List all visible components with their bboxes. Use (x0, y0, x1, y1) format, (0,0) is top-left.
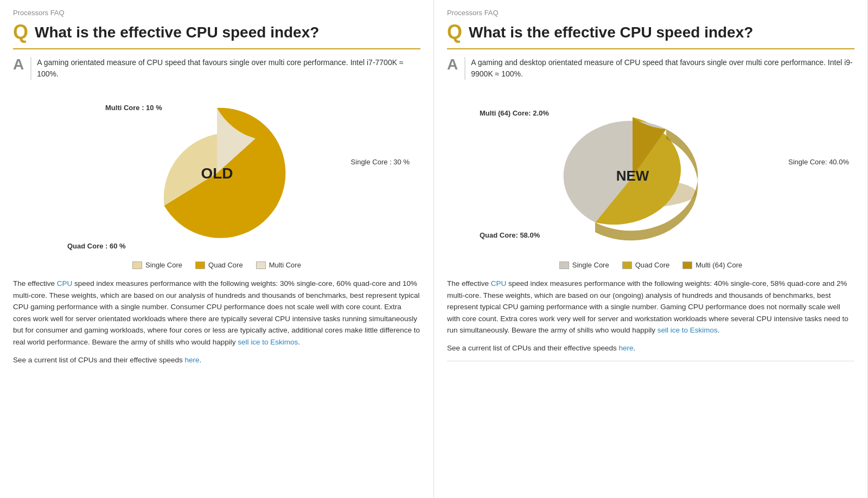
left-legend-single: Single Core (132, 261, 182, 269)
right-chart-area: NEW Multi (64) Core: 2.0% Single Core: 4… (447, 87, 854, 256)
right-bottom-prefix: See a current list of CPUs and their eff… (447, 344, 618, 352)
left-cpu-link[interactable]: CPU (57, 279, 73, 288)
right-bottom-divider (447, 361, 854, 361)
right-body-after: speed index measures performance with th… (447, 279, 848, 334)
right-body-end: . (718, 326, 720, 334)
right-answer-text: A gaming and desktop orientated measure … (464, 57, 854, 80)
left-quad-core-label: Quad Core : 60 % (67, 242, 126, 250)
left-legend-quad: Quad Core (195, 261, 243, 269)
left-question-text: What is the effective CPU speed index? (35, 22, 319, 41)
right-body-text: The effective CPU speed index measures p… (447, 278, 854, 336)
right-question-text: What is the effective CPU speed index? (469, 22, 753, 41)
right-legend-quad-label: Quad Core (635, 261, 670, 269)
right-legend-single-label: Single Core (572, 261, 609, 269)
right-swatch-quad (622, 261, 632, 269)
left-swatch-quad (195, 261, 205, 269)
right-single-core-label: Single Core: 40.0% (788, 158, 849, 166)
right-swatch-multi (682, 261, 692, 269)
right-panel: Processors FAQ Q What is the effective C… (434, 0, 868, 498)
left-chart-area: OLD Multi Core : 10 % Single Core : 30 %… (13, 87, 420, 256)
right-a-label: A (447, 57, 458, 72)
left-single-core-label: Single Core : 30 % (351, 158, 410, 166)
left-question-row: Q What is the effective CPU speed index? (13, 22, 420, 42)
right-quad-core-label: Quad Core: 58.0% (480, 231, 540, 239)
left-here-link[interactable]: here (184, 356, 199, 364)
right-legend: Single Core Quad Core Multi (64) Core (447, 261, 854, 269)
right-cpu-link[interactable]: CPU (491, 279, 507, 288)
left-panel: Processors FAQ Q What is the effective C… (0, 0, 434, 498)
right-here-link[interactable]: here (618, 344, 633, 352)
left-answer-row: A A gaming orientated measure of CPU spe… (13, 57, 420, 80)
right-legend-single: Single Core (559, 261, 609, 269)
left-sell-link[interactable]: sell ice to Eskimos (238, 338, 298, 346)
left-bottom-suffix: . (199, 356, 201, 364)
right-body-before: The effective (447, 279, 491, 288)
left-body-before: The effective (13, 279, 57, 288)
left-bottom-prefix: See a current list of CPUs and their eff… (13, 356, 184, 364)
right-pie-center-label: NEW (616, 168, 649, 184)
left-pie-center-label: OLD (201, 165, 233, 182)
left-legend-quad-label: Quad Core (208, 261, 243, 269)
left-multi-core-label: Multi Core : 10 % (105, 104, 162, 112)
right-answer-row: A A gaming and desktop orientated measur… (447, 57, 854, 80)
left-swatch-single (132, 261, 142, 269)
right-legend-quad: Quad Core (622, 261, 670, 269)
right-legend-multi-label: Multi (64) Core (695, 261, 742, 269)
left-answer-text: A gaming orientated measure of CPU speed… (30, 57, 420, 80)
left-divider (13, 48, 420, 49)
right-bottom-text: See a current list of CPUs and their eff… (447, 344, 854, 352)
left-swatch-multi (256, 261, 266, 269)
left-body-text: The effective CPU speed index measures p… (13, 278, 420, 348)
left-legend-multi: Multi Core (256, 261, 301, 269)
left-faq-title: Processors FAQ (13, 9, 420, 17)
left-body-end: . (298, 338, 300, 346)
left-q-label: Q (13, 22, 28, 42)
left-legend-multi-label: Multi Core (269, 261, 301, 269)
left-legend-single-label: Single Core (145, 261, 182, 269)
left-bottom-text: See a current list of CPUs and their eff… (13, 356, 420, 364)
right-question-row: Q What is the effective CPU speed index? (447, 22, 854, 42)
right-sell-link[interactable]: sell ice to Eskimos (658, 326, 718, 334)
right-q-label: Q (447, 22, 462, 42)
right-multi-core-label: Multi (64) Core: 2.0% (480, 109, 549, 117)
right-pie-chart: NEW (540, 98, 725, 250)
right-bottom-suffix: . (633, 344, 635, 352)
right-legend-multi: Multi (64) Core (682, 261, 742, 269)
left-pie-chart: OLD (130, 93, 304, 245)
left-body-after: speed index measures performance with th… (13, 279, 420, 346)
right-swatch-single (559, 261, 569, 269)
right-faq-title: Processors FAQ (447, 9, 854, 17)
right-divider (447, 48, 854, 49)
left-a-label: A (13, 57, 24, 72)
left-legend: Single Core Quad Core Multi Core (13, 261, 420, 269)
